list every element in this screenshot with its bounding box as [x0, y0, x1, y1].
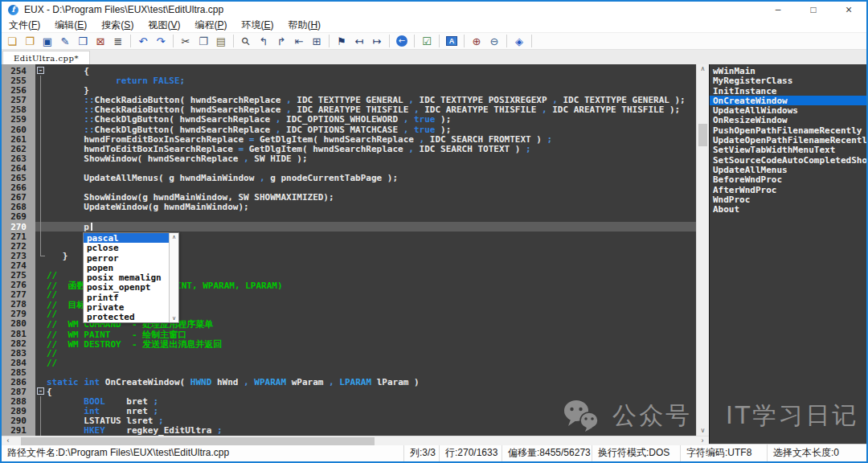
line-number[interactable]: 257 — [2, 95, 35, 104]
line-number[interactable]: 286 — [2, 377, 35, 387]
line-number[interactable]: 279 — [2, 309, 35, 318]
function-list-item[interactable]: UpdateAllMenus — [710, 165, 866, 174]
code-line[interactable]: 256 } — [2, 85, 696, 95]
close-button[interactable]: × — [831, 2, 866, 18]
line-number[interactable]: 269 — [2, 211, 35, 221]
code-line[interactable]: 281// WM_PAINT - 绘制主窗口 — [2, 329, 696, 338]
line-number[interactable]: 260 — [2, 125, 35, 134]
menu-item-program[interactable]: 编程(P) — [187, 18, 234, 32]
autocomplete-item[interactable]: posix_openpt — [84, 282, 178, 292]
code-line[interactable]: 286static int OnCreateWindow( HWND hWnd … — [2, 377, 696, 387]
function-list-item[interactable]: About — [710, 204, 866, 214]
line-number[interactable]: 266 — [2, 182, 35, 192]
code-line[interactable]: 283// — [2, 348, 696, 358]
function-list-item[interactable]: WndProc — [710, 195, 866, 204]
scroll-left-icon[interactable]: ‹ — [3, 436, 13, 446]
code-line[interactable]: 285 — [2, 367, 696, 377]
code-line[interactable]: 265 UpdateAllMenus( g_hwndMainWindow , g… — [2, 173, 696, 182]
line-number[interactable]: 280 — [2, 318, 35, 328]
autocomplete-item[interactable]: pascal — [84, 233, 178, 243]
line-number[interactable]: 287 — [2, 387, 35, 396]
scroll-up-icon[interactable]: ∧ — [170, 234, 178, 240]
replace-button[interactable]: ⇤ — [291, 33, 307, 49]
menu-item-view[interactable]: 视图(V) — [141, 18, 187, 32]
find-previous-button[interactable]: ↰ — [256, 33, 272, 49]
autocomplete-item[interactable]: printf — [84, 293, 178, 302]
line-number[interactable]: 264 — [2, 163, 35, 173]
function-list-item[interactable]: UpdateOpenPathFilenameRecently — [710, 135, 866, 145]
code-line[interactable]: 268 UpdateWindow(g_hwndMainWindow); — [2, 202, 696, 211]
bookmark-next-button[interactable]: ↦ — [369, 33, 385, 49]
line-number[interactable]: 285 — [2, 367, 35, 377]
code-line[interactable]: 267 ShowWindow(g_hwndMainWindow, SW_SHOW… — [2, 192, 696, 202]
code-line[interactable]: 287-{ — [2, 387, 696, 396]
editor-vscrollbar[interactable]: ∧ ∨ — [696, 64, 709, 436]
new-file-button[interactable]: ❏ — [4, 33, 20, 49]
menu-item-edit[interactable]: 编辑(E) — [47, 18, 94, 32]
line-number[interactable]: 273 — [2, 251, 35, 260]
save-all-button[interactable]: ❒ — [75, 33, 91, 49]
scroll-up-icon[interactable]: ∧ — [697, 64, 709, 74]
scroll-right-icon[interactable]: › — [698, 436, 707, 446]
file-list-button[interactable]: ≣ — [110, 33, 126, 49]
autocomplete-item[interactable]: pclose — [84, 243, 178, 252]
line-number[interactable]: 291 — [2, 425, 35, 435]
fold-marker[interactable]: - — [37, 387, 44, 395]
function-list-item[interactable]: UpdateAllWindows — [710, 105, 866, 115]
line-number[interactable]: 254 — [2, 66, 35, 76]
line-number[interactable]: 290 — [2, 416, 35, 425]
zoom-out-button[interactable]: ⊖ — [486, 33, 502, 49]
function-list-item[interactable]: AfterWndProc — [710, 185, 866, 195]
line-number[interactable]: 284 — [2, 358, 35, 367]
function-list-item[interactable]: PushOpenPathFilenameRecently — [710, 125, 866, 135]
maximize-button[interactable]: □ — [796, 2, 831, 18]
code-line[interactable]: 262 hwndToEditBoxInSearchReplace = GetDl… — [2, 144, 696, 154]
code-line[interactable]: 259 ::CheckDlgButton( hwndSearchReplace … — [2, 114, 696, 124]
bookmark-previous-button[interactable]: ↤ — [351, 33, 367, 49]
code-line[interactable]: 264 — [2, 163, 696, 173]
scroll-down-icon[interactable]: ∨ — [170, 315, 178, 322]
code-line[interactable]: 284// — [2, 358, 696, 367]
code-line[interactable]: 258 ::CheckRadioButton( hwndSearchReplac… — [2, 104, 696, 114]
line-number[interactable]: 262 — [2, 144, 35, 154]
task-list-button[interactable]: ☑ — [419, 33, 435, 49]
line-number[interactable]: 275 — [2, 270, 35, 280]
function-list-item[interactable]: SetSourceCodeAutoCompletedShowAf — [710, 155, 866, 165]
line-number[interactable]: 268 — [2, 202, 35, 211]
save-as-button[interactable]: ✎ — [57, 33, 73, 49]
vscroll-thumb[interactable] — [698, 124, 707, 146]
autocomplete-scrollbar[interactable]: ∧ ∨ — [169, 233, 178, 322]
line-number[interactable]: 267 — [2, 192, 35, 202]
hscroll-thumb[interactable] — [21, 437, 375, 445]
line-number[interactable]: 277 — [2, 289, 35, 299]
code-line[interactable]: 269 — [2, 211, 696, 221]
code-line[interactable]: 257 ::CheckRadioButton( hwndSearchReplac… — [2, 95, 696, 104]
autocomplete-item[interactable]: protected — [84, 312, 178, 322]
line-number[interactable]: 282 — [2, 338, 35, 348]
go-back-button[interactable]: ← — [394, 33, 410, 49]
editor-hscrollbar[interactable]: ‹ › — [2, 436, 709, 445]
function-list-item[interactable]: BeforeWndProc — [710, 174, 866, 184]
save-button[interactable]: ▣ — [39, 33, 55, 49]
code-line[interactable]: 254- { — [2, 66, 696, 76]
bookmark-toggle-button[interactable]: ⚑ — [334, 33, 350, 49]
syntax-highlight-button[interactable]: A — [444, 33, 460, 49]
close-file-button[interactable]: ⊠ — [92, 33, 108, 49]
code-line[interactable]: 291 HKEY regkey_EditUltra ; — [2, 425, 696, 435]
code-line[interactable]: 289 int nret ; — [2, 406, 696, 416]
function-list-item[interactable]: OnResizeWindow — [710, 115, 866, 125]
fold-marker[interactable]: - — [37, 67, 44, 74]
code-line[interactable]: 255 return FALSE; — [2, 76, 696, 85]
line-number[interactable]: 270 — [2, 222, 35, 232]
line-number[interactable]: 265 — [2, 173, 35, 182]
line-number[interactable]: 259 — [2, 114, 35, 124]
replace-all-button[interactable]: ⊞ — [309, 33, 325, 49]
function-list-item[interactable]: InitInstance — [710, 86, 866, 96]
minimize-button[interactable]: – — [760, 2, 796, 18]
redo-button[interactable]: ↷ — [153, 33, 169, 49]
paste-button[interactable]: ▤ — [213, 33, 229, 49]
line-number[interactable]: 274 — [2, 260, 35, 270]
find-next-button[interactable]: ↱ — [273, 33, 289, 49]
line-number[interactable]: 281 — [2, 329, 35, 338]
code-line[interactable]: 282// WM_DESTROY - 发送退出消息并返回 — [2, 338, 696, 348]
